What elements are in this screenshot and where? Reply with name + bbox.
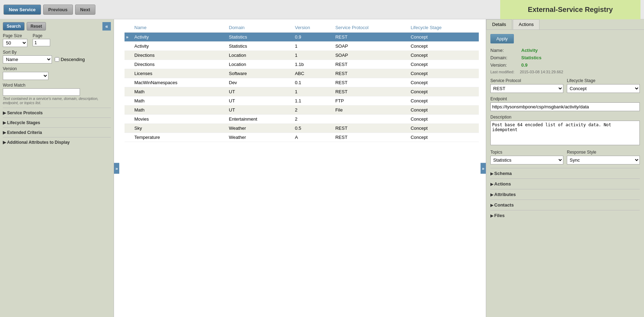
version-row: Version [3,66,111,80]
sort-by-label: Sort By [3,50,111,55]
detail-name-field: Name: Activity [490,48,640,53]
topics-select[interactable]: Statistics [490,156,563,164]
detail-version-label: Version: [490,62,518,68]
detail-domain-field: Domain: Statistics [490,55,640,60]
section-title: Service Protocols [3,110,43,115]
main-layout: Search Reset « Page Size 50 25 100 Page … [0,19,644,317]
col-header-domain[interactable]: Domain [226,23,292,33]
page-label: Page [33,33,50,38]
word-match-label: Word Match [3,83,111,88]
sidebar-section-lifecycle-stages[interactable]: Lifecycle Stages [3,117,111,127]
panel-toggle-left-button[interactable]: » [114,163,119,174]
col-header-name[interactable]: Name [132,23,226,33]
right-panel: DetailsActions Apply Name: Activity Doma… [486,19,644,317]
table-row[interactable]: MacWinNamespacesDev0.1RESTConcept [125,78,479,87]
version-label: Version [3,66,111,71]
table-row[interactable]: SkyWeather0.5RESTConcept [125,124,479,133]
table-row[interactable]: MoviesEntertainment2Concept [125,115,479,124]
detail-section-schema[interactable]: Schema [490,168,640,178]
previous-button[interactable]: Previous [43,5,73,15]
word-match-input[interactable] [3,88,80,96]
panel-toggle-right-button[interactable]: » [481,163,486,174]
detail-section-files[interactable]: Files [490,210,640,221]
service-protocol-field: Service Protocol REST SOAP FTP File [490,78,563,93]
service-protocol-select[interactable]: REST SOAP FTP File [490,84,563,93]
section-title: Additional Attributes to Display [3,140,70,145]
sidebar: Search Reset « Page Size 50 25 100 Page … [0,19,114,317]
sidebar-collapse-button[interactable]: « [102,22,111,31]
apply-button[interactable]: Apply [490,34,514,43]
section-title: Lifecycle Stages [3,120,40,125]
sort-by-row: Sort By Name Domain Version Descending [3,50,111,63]
description-field: Description [490,115,640,146]
word-match-row: Word Match Text contained in a service's… [3,83,111,105]
lifecycle-stage-select[interactable]: Concept Production Deprecated [567,84,640,93]
page-size-group: Page Size 50 25 100 [3,33,27,47]
table-row[interactable]: MathUT1.1FTPConcept [125,96,479,106]
detail-tabs: DetailsActions [486,19,644,30]
detail-modified-field: Last modified: 2015-03-08 14:31:29.662 [490,70,640,74]
table-row[interactable]: MathUT2FileConcept [125,106,479,115]
page-group: Page [33,33,50,47]
topics-label: Topics [490,150,563,155]
reset-button[interactable]: Reset [27,22,46,31]
response-style-field: Response Style Sync Async [567,150,640,164]
next-button[interactable]: Next [75,5,95,15]
topics-field: Topics Statistics [490,150,563,164]
detail-section-attributes[interactable]: Attributes [490,189,640,200]
detail-section-title: Schema [490,171,512,176]
version-select[interactable] [3,72,48,80]
col-header-lifecycle-stage[interactable]: Lifecycle Stage [408,23,479,33]
tab-details[interactable]: Details [486,19,512,29]
detail-domain-value: Statistics [521,55,542,60]
table-row[interactable]: ActivityStatistics1SOAPConcept [125,42,479,51]
description-textarea[interactable] [490,121,640,145]
col-header-version[interactable]: Version [292,23,333,33]
detail-version-field: Version: 0.9 [490,62,640,68]
detail-collapsible-sections: SchemaActionsAttributesContactsFiles [490,168,640,221]
response-style-select[interactable]: Sync Async [567,156,640,164]
sidebar-section-service-protocols[interactable]: Service Protocols [3,108,111,117]
table-row[interactable]: MathUT1RESTConcept [125,87,479,96]
middle-panel: » » NameDomainVersionService ProtocolLif… [114,19,486,317]
table-header: NameDomainVersionService ProtocolLifecyc… [125,23,479,33]
endpoint-input[interactable] [490,102,640,111]
detail-name-label: Name: [490,48,518,53]
sidebar-sections: Service ProtocolsLifecycle StagesExtende… [3,108,111,147]
detail-section-title: Contacts [490,202,514,208]
service-protocol-label: Service Protocol [490,78,563,83]
endpoint-field: Endpoint [490,96,640,111]
table-row[interactable]: DirectionsLocation1.1bRESTConcept [125,60,479,69]
new-service-button[interactable]: New Service [4,5,41,15]
page-size-row: Page Size 50 25 100 Page [3,33,111,47]
sort-by-select[interactable]: Name Domain Version [3,55,52,63]
detail-domain-label: Domain: [490,55,518,60]
detail-content: Apply Name: Activity Domain: Statistics … [486,30,644,225]
services-table: NameDomainVersionService ProtocolLifecyc… [125,23,479,142]
tab-actions[interactable]: Actions [513,19,540,29]
search-button[interactable]: Search [3,22,25,31]
detail-section-contacts[interactable]: Contacts [490,200,640,210]
page-size-label: Page Size [3,33,27,38]
page-input[interactable] [33,39,50,46]
col-header-service-protocol[interactable]: Service Protocol [333,23,408,33]
descending-label[interactable]: Descending [55,57,85,62]
sidebar-section-additional-attributes-to-display[interactable]: Additional Attributes to Display [3,137,111,147]
description-label: Description [490,115,640,120]
app-title: External-Service Registry [500,0,640,19]
table-row[interactable]: TemperatureWeatherARESTConcept [125,133,479,142]
detail-section-title: Files [490,213,505,218]
word-match-hint: Text contained in a service's name, doma… [3,96,111,105]
sidebar-section-extended-criteria[interactable]: Extended Criteria [3,127,111,137]
detail-section-title: Attributes [490,192,516,197]
detail-section-actions[interactable]: Actions [490,178,640,189]
descending-checkbox[interactable] [55,57,59,62]
table-row[interactable]: LicensesSoftwareABCRESTConcept [125,69,479,78]
detail-modified-value: 2015-03-08 14:31:29.662 [520,70,563,74]
table-row[interactable]: DirectionsLocation1SOAPConcept [125,51,479,60]
topics-response-row: Topics Statistics Response Style Sync As… [490,150,640,164]
table-row[interactable]: »ActivityStatistics0.9RESTConcept [125,33,479,42]
detail-name-value: Activity [521,48,538,53]
protocol-stage-grid: Service Protocol REST SOAP FTP File Life… [490,78,640,93]
page-size-select[interactable]: 50 25 100 [3,39,27,47]
